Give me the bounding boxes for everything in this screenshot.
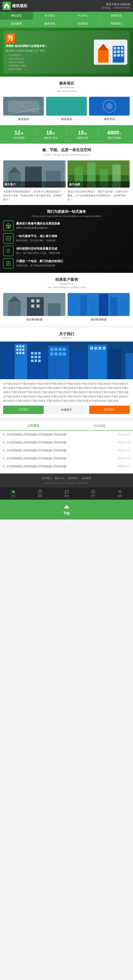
svg-rect-9 <box>121 47 124 49</box>
banner-feature-2: ✔ 2500+成功代理 <box>6 57 92 60</box>
feature-title: 健、节能、品质一体生活空间 <box>2 148 131 153</box>
bottom-bar-home[interactable]: 首页 <box>0 487 27 500</box>
case-label-2: 成功案例标题 <box>68 318 130 321</box>
nav-item-contact[interactable]: 联系我们 <box>100 20 133 28</box>
news-item-3[interactable]: 公司资讯标题公司资讯标题公司资讯标题公司资讯标题 2018-11-23 <box>3 447 130 455</box>
bottom-bar-cases[interactable]: 案例 <box>27 487 53 500</box>
service-item-2[interactable]: 建筑保温 <box>46 97 87 121</box>
bottom-bar-menu[interactable]: 菜单 <box>106 487 133 500</box>
svg-rect-75 <box>22 352 24 354</box>
feature-image-1: 吸引客户 <box>3 161 66 188</box>
nav-item-news[interactable]: 新闻资讯 <box>100 12 133 20</box>
case-label-1: 成功案例标题 <box>3 318 66 321</box>
news-title-5: 公司资讯标题公司资讯标题公司资讯标题公司资讯标题 <box>6 465 116 468</box>
service-item-3[interactable]: 建筑供热 <box>89 97 130 121</box>
nav-item-about[interactable]: 关于我们 <box>33 12 66 20</box>
banner-feature-3: ✔ 10多年代理建设 <box>6 61 92 64</box>
svg-rect-80 <box>31 356 33 358</box>
svg-rect-8 <box>117 47 120 49</box>
nav-item-home[interactable]: 网站首页 <box>0 12 33 20</box>
nav-item-cases[interactable]: 成功案例 <box>0 20 33 28</box>
service-item-1[interactable]: 建筑遮阳 <box>3 97 44 121</box>
stat-2: 18年 服务客户展会 <box>35 128 67 140</box>
footer-nav-3[interactable]: 联系我们 <box>68 477 78 480</box>
service-label-1: 建筑遮阳 <box>3 117 44 121</box>
svg-rect-10 <box>114 51 116 53</box>
svg-rect-84 <box>35 360 37 362</box>
cases-grid: 成功案例标题 成功案例标题 <box>0 291 133 326</box>
svg-rect-68 <box>19 345 21 347</box>
svg-rect-14 <box>117 54 120 57</box>
one-stop-title: 我们为您提供一站式服务 <box>3 209 130 214</box>
svg-rect-82 <box>38 356 41 358</box>
service-card-desc-2: 服务高品质，交付及时准时，价格实惠 <box>16 239 130 242</box>
svg-rect-39 <box>8 226 9 228</box>
svg-rect-91 <box>50 352 54 356</box>
footer: 关于我们 服务中心 联系我们 在线留言 https://www.xxx.cn C… <box>0 474 133 487</box>
bottom-bar: 首页 案例 咨询 关于 菜单 <box>0 487 133 500</box>
svg-rect-101 <box>109 349 122 379</box>
service-card-3: 准时按照约定时间高质量呈完成 设计、施工团队10年以上经验，质量有保障 <box>3 246 130 256</box>
cases-title-block: 经典客户案例 Van road exhibition customer case <box>0 273 133 291</box>
news-item-1[interactable]: 公司资讯标题公司资讯标题公司资讯标题公司资讯标题 2018-11-23 <box>3 431 130 439</box>
case-item-2[interactable]: 成功案例标题 <box>68 293 130 321</box>
news-date-4: 2018-11-23 <box>118 457 130 460</box>
about-btn-message[interactable]: 在线留言 <box>46 406 87 414</box>
news-item-2[interactable]: 公司资讯标题公司资讯标题公司资讯标题公司资讯标题 2018-11-23 <box>3 439 130 447</box>
feature-image-2: 提升品牌 <box>67 161 130 188</box>
news-tab-company[interactable]: 公司资讯 <box>0 422 66 431</box>
hotline: 咨询热线：+ 86 0000 00000 <box>101 6 130 10</box>
banner-title: 秀网络 做你的网络代运营服务商！ <box>6 44 92 48</box>
news-item-4[interactable]: 公司资讯标题公司资讯标题公司资讯标题公司资讯标题 2018-11-23 <box>3 455 130 463</box>
banner-image <box>94 40 127 65</box>
feature-text-1: 为您量针对性的策划设计，抓住客户心理的策划设计，抓住客户价值，快速拉动客户进入购… <box>3 190 66 202</box>
svg-rect-90 <box>63 348 66 351</box>
news-dot-2 <box>3 442 5 443</box>
stat-label-3: 高级设计师 <box>68 136 97 140</box>
svg-rect-69 <box>22 345 24 347</box>
svg-rect-57 <box>80 295 87 316</box>
footer-nav-4[interactable]: 在线留言 <box>81 477 91 480</box>
news-title-2: 公司资讯标题公司资讯标题公司资讯标题公司资讯标题 <box>6 441 116 444</box>
about-btn-intro[interactable]: 公司简介 <box>3 406 44 414</box>
case-item-1[interactable]: 成功案例标题 <box>3 293 66 321</box>
news-dot-5 <box>3 466 5 467</box>
services-section-title: 服务项目 Van road services <box>0 76 133 95</box>
header-info: 建筑节能专业服务商 咨询热线：+ 86 0000 00000 <box>101 3 130 10</box>
one-stop-subtitle: Choose every road exhibition, brand buil… <box>3 215 130 217</box>
news-tab-industry[interactable]: 行业动态 <box>66 422 133 430</box>
svg-rect-61 <box>120 300 127 316</box>
news-item-5[interactable]: 公司资讯标题公司资讯标题公司资讯标题公司资讯标题 2018-11-23 <box>3 463 130 470</box>
bottom-bar-about[interactable]: 关于 <box>80 487 106 500</box>
about-btn-contact[interactable]: 联系我们 <box>89 406 130 414</box>
service-label-2: 建筑保温 <box>46 117 87 121</box>
about-title-block: 关于我们 About us <box>0 327 133 342</box>
footer-nav-2[interactable]: 服务中心 <box>55 477 65 480</box>
top-button[interactable]: Top <box>0 500 133 520</box>
svg-rect-12 <box>121 51 124 53</box>
svg-rect-17 <box>8 101 40 113</box>
nav-item-message[interactable]: 在线留言 <box>66 20 100 28</box>
about-section: 关于我们 About us <box>0 327 133 418</box>
svg-rect-48 <box>27 297 44 316</box>
svg-rect-83 <box>31 360 33 362</box>
nav-item-products[interactable]: 产品中心 <box>66 12 100 20</box>
news-dot-1 <box>3 434 5 435</box>
logo: 建筑遮阳 <box>3 2 27 10</box>
nav-item-process[interactable]: 服务流程 <box>33 20 66 28</box>
footer-nav: 关于我们 服务中心 联系我们 在线留言 <box>3 477 130 480</box>
svg-rect-46 <box>8 301 21 316</box>
service-card-2: 一站式服务平台，省心省力省钱 服务高品质，交付及时准时，价格实惠 <box>3 233 130 243</box>
svg-rect-13 <box>114 54 116 57</box>
news-title-3: 公司资讯标题公司资讯标题公司资讯标题公司资讯标题 <box>6 449 116 452</box>
feature-text-2: 通过行业企业的优秀设计，置造产品价值，占领行业全覆盖，让产品/品牌形象提升品牌影… <box>67 190 130 202</box>
cases-title: 经典客户案例 <box>2 277 131 282</box>
svg-rect-99 <box>98 347 101 350</box>
footer-nav-1[interactable]: 关于我们 <box>42 477 52 480</box>
svg-rect-53 <box>48 304 60 316</box>
svg-point-107 <box>93 491 93 491</box>
service-image-1 <box>3 97 44 116</box>
logo-icon <box>3 2 11 10</box>
bottom-bar-consult[interactable]: 咨询 <box>53 487 80 500</box>
service-card-desc-1: 拥有行业优质品牌展览形象设计 <box>16 226 130 230</box>
